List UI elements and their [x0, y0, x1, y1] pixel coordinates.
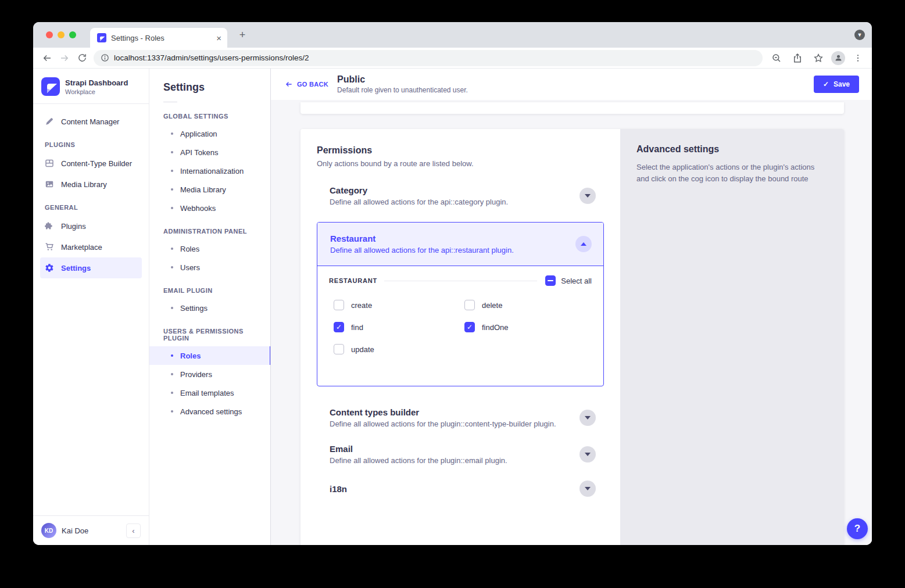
subnav-item-webhooks[interactable]: Webhooks — [149, 199, 270, 217]
subnav-item-media-library[interactable]: Media Library — [149, 180, 270, 199]
select-all-checkbox[interactable] — [545, 275, 556, 286]
tab-search-icon[interactable]: ▼ — [854, 30, 865, 40]
subnav-item-api-tokens[interactable]: API Tokens — [149, 143, 270, 162]
site-info-icon[interactable] — [101, 53, 109, 62]
accordion-restaurant-header[interactable]: RestaurantDefine all allowed actions for… — [317, 223, 603, 266]
subnav-item-advanced-settings[interactable]: Advanced settings — [149, 402, 270, 421]
address-bar[interactable]: localhost:1337/admin/settings/users-perm… — [94, 50, 763, 66]
checkbox[interactable] — [334, 300, 344, 310]
sidebar-item-content-manager[interactable]: Content Manager — [40, 111, 142, 132]
permission-group-label: RESTAURANT — [329, 277, 377, 284]
action-create[interactable]: create — [334, 300, 464, 310]
role-title: Public — [337, 74, 468, 85]
collapse-sidebar-button[interactable]: ‹ — [126, 524, 141, 538]
subnav-item-roles[interactable]: Roles — [149, 239, 270, 258]
accordion-i18n[interactable]: i18n — [317, 481, 604, 497]
minimize-window-button[interactable] — [58, 31, 65, 38]
checkbox[interactable] — [464, 300, 475, 310]
sidebar-item-media-library[interactable]: Media Library — [40, 174, 142, 195]
accordion-content-types-builder[interactable]: Content types builderDefine all allowed … — [317, 407, 604, 428]
back-button[interactable] — [39, 50, 55, 66]
browser-menu-icon[interactable] — [850, 50, 866, 66]
action-findone[interactable]: ✓findOne — [464, 322, 592, 332]
subnav-section-label-users-permissions-plugin: USERS & PERMISSIONS PLUGIN — [149, 317, 270, 346]
checkbox[interactable]: ✓ — [334, 322, 344, 332]
bullet-icon — [171, 132, 173, 135]
permissions-subtitle: Only actions bound by a route are listed… — [317, 159, 604, 168]
advanced-settings-panel: Advanced settings Select the application… — [620, 129, 844, 545]
browser-tab[interactable]: Settings - Roles × — [90, 28, 227, 48]
chevron-up-icon — [581, 242, 586, 246]
action-find[interactable]: ✓find — [334, 322, 464, 332]
strapi-favicon-icon — [97, 33, 106, 42]
subnav-item-label: Providers — [180, 370, 212, 379]
subnav-item-settings[interactable]: Settings — [149, 299, 270, 317]
subnav-item-application[interactable]: Application — [149, 124, 270, 143]
subnav-item-label: Media Library — [180, 185, 226, 194]
expand-accordion-button[interactable] — [580, 446, 596, 462]
expand-accordion-button[interactable] — [580, 481, 596, 497]
zoom-out-icon[interactable] — [768, 50, 785, 66]
accordion-title: Category — [330, 185, 580, 195]
bookmark-star-icon[interactable] — [810, 50, 827, 66]
subnav-item-roles[interactable]: Roles — [149, 346, 270, 365]
bullet-icon — [171, 392, 173, 394]
bullet-icon — [171, 207, 173, 209]
sidebar-item-plugins[interactable]: Plugins — [40, 216, 142, 236]
share-icon[interactable] — [789, 50, 806, 66]
checkbox[interactable]: ✓ — [464, 322, 475, 332]
accordion-restaurant-body: RESTAURANTSelect allcreatedelete✓find✓fi… — [317, 266, 603, 386]
zoom-window-button[interactable] — [69, 31, 76, 38]
chevron-down-icon — [585, 487, 591, 490]
tab-close-icon[interactable]: × — [216, 34, 221, 42]
sidebar-item-marketplace[interactable]: Marketplace — [40, 236, 142, 257]
cart-icon — [45, 242, 54, 252]
action-label: update — [351, 345, 374, 354]
expand-accordion-button[interactable] — [580, 410, 596, 426]
subnav-title: Settings — [149, 81, 270, 94]
workspace-brand[interactable]: Strapi Dashboard Workplace — [33, 69, 149, 104]
main-sidebar: Strapi Dashboard Workplace Content Manag… — [33, 69, 149, 545]
subnav-item-internationalization[interactable]: Internationalization — [149, 162, 270, 180]
collapse-accordion-button[interactable] — [575, 236, 592, 252]
bullet-icon — [171, 307, 173, 309]
checkbox[interactable] — [334, 344, 344, 354]
accordion-email[interactable]: EmailDefine all allowed actions for the … — [317, 444, 604, 465]
bullet-icon — [171, 151, 173, 153]
sidebar-item-label: Settings — [61, 264, 91, 273]
image-icon — [45, 180, 54, 189]
subnav-item-users[interactable]: Users — [149, 258, 270, 277]
forward-button[interactable] — [56, 50, 73, 66]
bullet-icon — [171, 170, 173, 172]
subnav-item-label: API Tokens — [180, 148, 219, 157]
accordion-description: Define all allowed actions for the plugi… — [330, 420, 580, 428]
chevron-down-icon — [585, 416, 591, 420]
sidebar-item-content-type-builder[interactable]: Content-Type Builder — [40, 153, 142, 174]
sidebar-item-settings[interactable]: Settings — [40, 257, 142, 278]
browser-profile-avatar[interactable] — [831, 51, 845, 65]
subnav-item-label: Settings — [180, 304, 208, 313]
reload-button[interactable] — [74, 50, 90, 66]
new-tab-button[interactable]: + — [235, 28, 249, 42]
save-button[interactable]: ✓ Save — [814, 76, 859, 93]
subnav-section-label-email-plugin: EMAIL PLUGIN — [149, 277, 270, 299]
action-delete[interactable]: delete — [464, 300, 592, 310]
action-label: find — [351, 323, 363, 332]
go-back-link[interactable]: GO BACK — [285, 80, 328, 88]
subnav-sections: GLOBAL SETTINGSApplicationAPI TokensInte… — [149, 102, 270, 421]
select-all-control[interactable]: Select all — [545, 275, 592, 286]
permissions-panel: Permissions Only actions bound by a rout… — [301, 129, 620, 545]
accordion-category[interactable]: CategoryDefine all allowed actions for t… — [317, 185, 604, 206]
browser-window: Settings - Roles × + ▼ localhost:1337/ad… — [33, 22, 872, 545]
help-button[interactable]: ? — [847, 518, 868, 539]
accordion-title: Restaurant — [330, 234, 575, 243]
close-window-button[interactable] — [46, 31, 53, 38]
back-arrow-icon — [285, 80, 293, 88]
accordion-restaurant-expanded: RestaurantDefine all allowed actions for… — [317, 222, 604, 386]
subnav-item-providers[interactable]: Providers — [149, 365, 270, 383]
expand-accordion-button[interactable] — [580, 188, 596, 204]
action-update[interactable]: update — [334, 344, 464, 354]
subnav-item-email-templates[interactable]: Email templates — [149, 383, 270, 402]
layout-icon — [45, 159, 54, 168]
permissions-layout: Permissions Only actions bound by a rout… — [301, 129, 844, 545]
